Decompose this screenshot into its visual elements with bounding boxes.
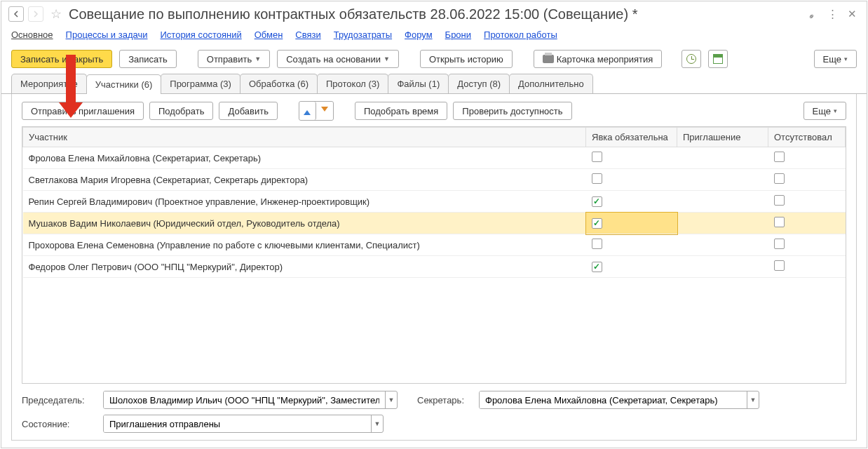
send-invites-button[interactable]: Отправить приглашения	[22, 102, 144, 120]
state-label: Состояние:	[22, 419, 97, 429]
move-up-button[interactable]	[299, 102, 316, 120]
cell-check[interactable]: ✓	[586, 256, 677, 278]
nav-protocol[interactable]: Протокол работы	[484, 29, 557, 40]
col-required[interactable]: Явка обязательна	[586, 128, 677, 147]
cell-check[interactable]: ✓	[586, 213, 677, 234]
tab-5[interactable]: Файлы (1)	[388, 74, 449, 93]
tab-7[interactable]: Дополнительно	[509, 74, 593, 93]
printer-icon	[543, 55, 554, 63]
table-row[interactable]: Федоров Олег Петрович (ООО "НПЦ "Меркури…	[23, 256, 846, 278]
cell-check[interactable]	[586, 169, 677, 191]
save-button[interactable]: Записать	[119, 50, 177, 68]
nav-forum[interactable]: Форум	[405, 29, 433, 40]
move-down-button[interactable]	[316, 102, 333, 120]
cell-invite[interactable]	[677, 191, 768, 213]
cell-check[interactable]	[586, 147, 677, 169]
checkbox[interactable]	[592, 239, 602, 249]
add-button[interactable]: Добавить	[219, 102, 277, 120]
kebab-icon[interactable]: ⋮	[825, 6, 841, 22]
cell-check[interactable]: ✓	[586, 191, 677, 213]
cell-check[interactable]	[768, 147, 846, 169]
nav-links[interactable]: Связи	[295, 29, 320, 40]
state-select[interactable]: ▼	[103, 415, 384, 433]
content-more-button[interactable]: Еще▾	[803, 102, 846, 120]
nav-main[interactable]: Основное	[11, 29, 53, 40]
nav-bookings[interactable]: Брони	[445, 29, 471, 40]
col-invite[interactable]: Приглашение	[677, 128, 768, 147]
cell-participant[interactable]: Светлакова Мария Игоревна (Секретариат, …	[23, 169, 586, 191]
table-row[interactable]: Репин Сергей Владимирович (Проектное упр…	[23, 191, 846, 213]
tab-6[interactable]: Доступ (8)	[448, 74, 510, 93]
col-absent[interactable]: Отсутствовал	[768, 128, 846, 147]
cell-check[interactable]	[768, 256, 846, 278]
sec-dropdown-icon[interactable]: ▼	[747, 391, 759, 408]
clock-button[interactable]	[681, 50, 701, 68]
checkbox[interactable]: ✓	[592, 196, 602, 207]
tab-4[interactable]: Протокол (3)	[317, 74, 388, 93]
cell-invite[interactable]	[677, 147, 768, 169]
tab-0[interactable]: Мероприятие	[11, 74, 87, 93]
sec-input[interactable]	[480, 391, 747, 408]
send-button[interactable]: Отправить▼	[198, 50, 270, 68]
nav-labor[interactable]: Трудозатраты	[334, 29, 392, 40]
nav-exchange[interactable]: Обмен	[255, 29, 283, 40]
pick-button[interactable]: Подобрать	[149, 102, 213, 120]
checkbox[interactable]	[774, 260, 785, 271]
tab-3[interactable]: Обработка (6)	[240, 74, 318, 93]
cell-participant[interactable]: Мушаков Вадим Николаевич (Юридический от…	[23, 213, 586, 234]
state-input[interactable]	[104, 415, 371, 432]
cell-invite[interactable]	[677, 169, 768, 191]
checkbox[interactable]	[774, 173, 785, 184]
sec-select[interactable]: ▼	[479, 391, 759, 409]
nav-processes[interactable]: Процессы и задачи	[66, 29, 148, 40]
col-participant[interactable]: Участник	[23, 128, 586, 147]
star-icon[interactable]: ☆	[50, 6, 62, 22]
table-row[interactable]: Мушаков Вадим Николаевич (Юридический от…	[23, 213, 846, 234]
event-card-button[interactable]: Карточка мероприятия	[534, 50, 663, 68]
cell-invite[interactable]	[677, 256, 768, 278]
nav-history[interactable]: История состояний	[161, 29, 242, 40]
checkbox[interactable]	[774, 195, 785, 206]
event-card-label: Карточка мероприятия	[557, 54, 653, 65]
cell-invite[interactable]	[677, 213, 768, 234]
chair-select[interactable]: ▼	[103, 391, 398, 409]
table-row[interactable]: Фролова Елена Михайловна (Секретариат, С…	[23, 147, 846, 169]
chair-dropdown-icon[interactable]: ▼	[385, 391, 397, 408]
checkbox[interactable]	[592, 152, 602, 162]
cell-check[interactable]	[768, 213, 846, 234]
check-avail-button[interactable]: Проверить доступность	[453, 102, 571, 120]
link-icon[interactable]: ⚭	[805, 7, 820, 22]
more-button[interactable]: Еще▾	[814, 50, 857, 68]
save-close-button[interactable]: Записать и закрыть	[11, 50, 112, 68]
table-row[interactable]: Прохорова Елена Семеновна (Управление по…	[23, 234, 846, 256]
calendar-button[interactable]	[708, 50, 728, 68]
cell-check[interactable]	[768, 191, 846, 213]
cell-participant[interactable]: Прохорова Елена Семеновна (Управление по…	[23, 234, 586, 256]
cell-check[interactable]	[586, 234, 677, 256]
open-history-button[interactable]: Открыть историю	[420, 50, 513, 68]
create-from-button[interactable]: Создать на основании▼	[277, 50, 399, 68]
nav-forward-button	[28, 6, 43, 22]
tab-1[interactable]: Участники (6)	[86, 74, 162, 94]
cell-participant[interactable]: Фролова Елена Михайловна (Секретариат, С…	[23, 147, 586, 169]
cell-invite[interactable]	[677, 234, 768, 256]
chair-input[interactable]	[104, 391, 385, 408]
nav-back-button[interactable]	[8, 6, 24, 22]
checkbox[interactable]: ✓	[592, 218, 602, 229]
create-from-label: Создать на основании	[286, 54, 381, 65]
state-dropdown-icon[interactable]: ▼	[371, 415, 383, 432]
tab-2[interactable]: Программа (3)	[161, 74, 240, 93]
checkbox[interactable]	[774, 217, 785, 227]
checkbox[interactable]: ✓	[592, 262, 602, 272]
calendar-icon	[713, 54, 723, 64]
cell-check[interactable]	[768, 169, 846, 191]
pick-time-button[interactable]: Подобрать время	[355, 102, 447, 120]
cell-participant[interactable]: Федоров Олег Петрович (ООО "НПЦ "Меркури…	[23, 256, 586, 278]
table-row[interactable]: Светлакова Мария Игоревна (Секретариат, …	[23, 169, 846, 191]
checkbox[interactable]	[774, 152, 785, 162]
checkbox[interactable]	[592, 173, 602, 184]
checkbox[interactable]	[774, 239, 785, 249]
close-icon[interactable]: ✕	[845, 6, 860, 22]
cell-check[interactable]	[768, 234, 846, 256]
cell-participant[interactable]: Репин Сергей Владимирович (Проектное упр…	[23, 191, 586, 213]
